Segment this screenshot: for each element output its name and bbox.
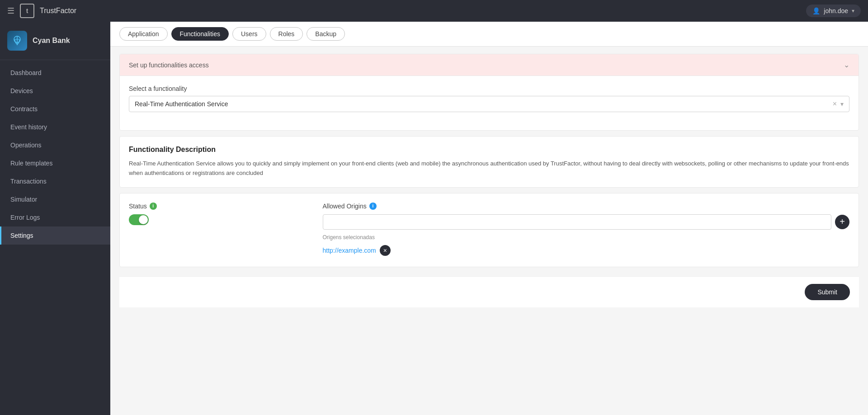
add-origin-button[interactable]: + [835,215,849,229]
section-chevron-icon: ⌄ [844,61,849,69]
status-toggle[interactable] [129,214,149,225]
app-logo: t [20,4,34,18]
submit-button[interactable]: Submit [805,284,850,300]
user-icon: 👤 [812,7,820,14]
select-arrow-icon[interactable]: ▾ [840,100,844,108]
sidebar: Cyan Bank DashboardDevicesContractsEvent… [0,22,110,415]
nav-list: DashboardDevicesContractsEvent historyOp… [0,64,110,245]
origins-label-text: Allowed Origins [323,203,367,210]
setup-section-title: Set up functionalities access [129,61,209,69]
app-title: TrustFactor [40,7,76,15]
topbar-left: ☰ t TrustFactor [7,4,76,18]
remove-origin-button[interactable]: × [380,245,391,256]
user-label: john.doe [824,7,848,14]
origins-column: Allowed Origins i + Origens selecionadas… [323,203,850,258]
brand-section: Cyan Bank [0,22,110,60]
sidebar-item-transactions[interactable]: Transactions [0,172,110,190]
chevron-down-icon: ▾ [852,8,854,14]
sidebar-item-error-logs[interactable]: Error Logs [0,208,110,226]
divider-2 [110,188,868,193]
sidebar-item-operations[interactable]: Operations [0,136,110,154]
brand-name: Cyan Bank [33,37,70,45]
origins-selected-label: Origens selecionadas [323,234,850,241]
tabs-bar: Application Functionalities Users Roles … [110,22,868,47]
origins-input[interactable] [323,214,832,230]
config-panel: Status i Allowed Origins i + [119,193,859,267]
status-label-text: Status [129,203,147,210]
status-info-icon: i [150,203,157,210]
status-toggle-wrap [129,214,305,225]
topbar: ☰ t TrustFactor 👤 john.doe ▾ [0,0,868,22]
hamburger-icon[interactable]: ☰ [7,6,14,16]
brand-logo [7,31,27,51]
setup-section: Set up functionalities access ⌄ Select a… [119,54,859,131]
sidebar-item-rule-templates[interactable]: Rule templates [0,154,110,172]
origin-url: http://example.com [323,247,376,254]
sidebar-item-simulator[interactable]: Simulator [0,190,110,208]
content-area: Application Functionalities Users Roles … [110,22,868,415]
sidebar-item-contracts[interactable]: Contracts [0,100,110,118]
sidebar-item-dashboard[interactable]: Dashboard [0,64,110,82]
select-current-value: Real-Time Authentication Service [135,100,833,108]
tab-application[interactable]: Application [119,27,168,41]
origins-label: Allowed Origins i [323,203,850,210]
status-label: Status i [129,203,305,210]
origins-input-row: + [323,214,850,230]
functionality-select-label: Select a functionality [129,85,849,92]
sidebar-item-devices[interactable]: Devices [0,82,110,100]
origins-info-icon: i [369,203,377,210]
tab-backup[interactable]: Backup [307,27,345,41]
main-layout: Cyan Bank DashboardDevicesContractsEvent… [0,22,868,415]
sidebar-item-settings[interactable]: Settings [0,226,110,245]
functionality-select-group: Select a functionality Real-Time Authent… [129,85,849,112]
setup-section-content: Select a functionality Real-Time Authent… [120,75,859,130]
select-clear-icon[interactable]: × [833,100,837,108]
description-title: Functionality Description [129,146,849,154]
tab-users[interactable]: Users [232,27,266,41]
setup-section-header[interactable]: Set up functionalities access ⌄ [120,54,859,75]
description-panel: Functionality Description Real-Time Auth… [119,136,859,188]
divider-1 [110,131,868,136]
sidebar-item-event-history[interactable]: Event history [0,118,110,136]
origin-tag: http://example.com × [323,243,850,258]
submit-row: Submit [119,276,859,307]
status-column: Status i [129,203,305,225]
functionality-select[interactable]: Real-Time Authentication Service × ▾ [129,96,849,112]
user-menu[interactable]: 👤 john.doe ▾ [806,5,861,17]
tab-functionalities[interactable]: Functionalities [171,27,229,41]
description-text: Real-Time Authentication Service allows … [129,159,849,178]
config-row: Status i Allowed Origins i + [129,203,849,258]
tab-roles[interactable]: Roles [270,27,303,41]
